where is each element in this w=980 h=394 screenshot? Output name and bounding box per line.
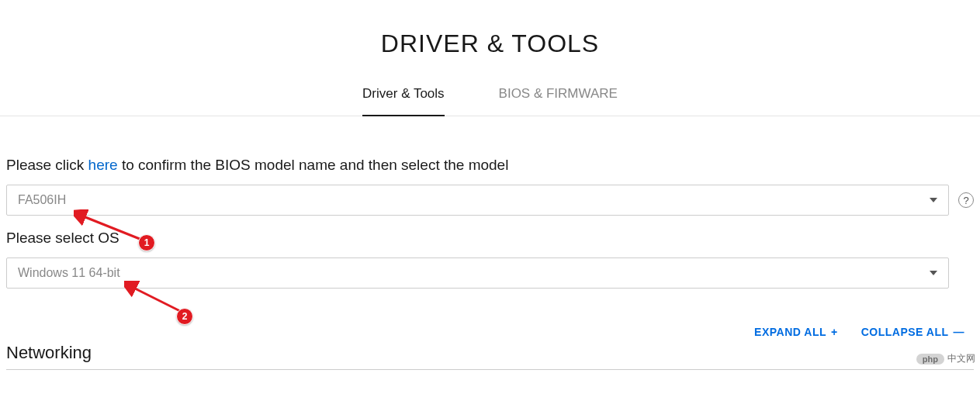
- os-select-value: Windows 11 64-bit: [18, 266, 120, 280]
- tab-bios-firmware[interactable]: BIOS & FIRMWARE: [499, 80, 618, 116]
- model-select[interactable]: FA506IH: [6, 185, 949, 216]
- chevron-down-icon: [930, 271, 937, 275]
- model-select-row: FA506IH ?: [6, 185, 974, 216]
- page-title: DRIVER & TOOLS: [0, 29, 980, 58]
- watermark-php: php: [916, 354, 944, 365]
- expand-collapse-controls: EXPAND ALL + COLLAPSE ALL —: [6, 326, 974, 338]
- instruction-prefix: Please click: [6, 157, 88, 173]
- section-divider: [6, 369, 974, 370]
- os-select[interactable]: Windows 11 64-bit: [6, 257, 949, 289]
- instruction-suffix: to confirm the BIOS model name and then …: [118, 157, 509, 173]
- os-select-row: Windows 11 64-bit: [6, 257, 974, 289]
- model-select-value: FA506IH: [18, 193, 66, 207]
- help-icon[interactable]: ?: [958, 192, 974, 208]
- plus-icon: +: [831, 326, 838, 338]
- tabs-container: Driver & Tools BIOS & FIRMWARE: [0, 80, 980, 116]
- minus-icon: —: [954, 326, 965, 338]
- section-title-networking: Networking: [6, 343, 974, 363]
- collapse-all-label: COLLAPSE ALL: [861, 326, 949, 338]
- os-label: Please select OS: [6, 230, 974, 247]
- watermark: php 中文网: [916, 352, 975, 365]
- expand-all-label: EXPAND ALL: [754, 326, 826, 338]
- content-area: Please click here to confirm the BIOS mo…: [0, 157, 980, 370]
- tab-driver-tools[interactable]: Driver & Tools: [362, 80, 445, 116]
- collapse-all-button[interactable]: COLLAPSE ALL —: [861, 326, 964, 338]
- watermark-cn: 中文网: [947, 352, 975, 365]
- expand-all-button[interactable]: EXPAND ALL +: [754, 326, 838, 338]
- model-instruction-text: Please click here to confirm the BIOS mo…: [6, 157, 974, 174]
- chevron-down-icon: [930, 198, 937, 202]
- instruction-link[interactable]: here: [88, 157, 118, 173]
